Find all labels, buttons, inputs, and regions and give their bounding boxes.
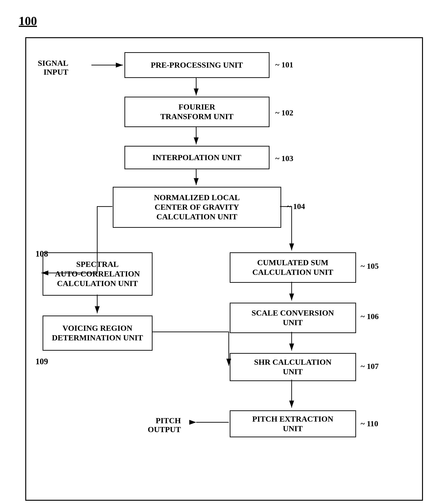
unit-shr-calculation: SHR CALCULATIONUNIT (230, 353, 356, 381)
unit-scale-conversion: SCALE CONVERSIONUNIT (230, 303, 356, 333)
ref-106: ~ 106 (361, 312, 379, 321)
unit-voicing-region: VOICING REGIONDETERMINATION UNIT (43, 316, 153, 351)
unit-pitch-extraction: PITCH EXTRACTIONUNIT (230, 410, 356, 437)
unit-interpolation: INTERPOLATION UNIT (124, 146, 270, 169)
ref-109: 109 (35, 357, 48, 366)
ref-110: ~ 110 (361, 419, 378, 428)
ref-105: ~ 105 (361, 262, 379, 270)
ref-108: 108 (35, 249, 48, 259)
page-container: 100 SIGNALINPUT PRE-PROCESSING UNIT ~ 10… (0, 0, 448, 504)
unit-pre-processing: PRE-PROCESSING UNIT (124, 52, 270, 78)
ref-103: ~ 103 (275, 154, 293, 163)
ref-102: ~ 102 (275, 108, 293, 117)
ref-101: ~ 101 (275, 60, 293, 69)
signal-input-label: SIGNALINPUT (38, 59, 68, 76)
diagram-border: SIGNALINPUT PRE-PROCESSING UNIT ~ 101 FO… (25, 37, 423, 501)
pitch-output-label: PITCHOUTPUT (148, 416, 181, 434)
unit-spectral-autocorrelation: SPECTRALAUTO-CORRELATIONCALCULATION UNIT (43, 252, 153, 296)
unit-normalized-local: NORMALIZED LOCALCENTER OF GRAVITYCALCULA… (113, 187, 281, 228)
unit-cumulated-sum: CUMULATED SUMCALCULATION UNIT (230, 252, 356, 283)
ref-107: ~ 107 (361, 362, 379, 371)
unit-fourier-transform: FOURIERTRANSFORM UNIT (124, 97, 270, 127)
figure-number: 100 (19, 14, 37, 28)
ref-104: ~ 104 (287, 202, 305, 211)
